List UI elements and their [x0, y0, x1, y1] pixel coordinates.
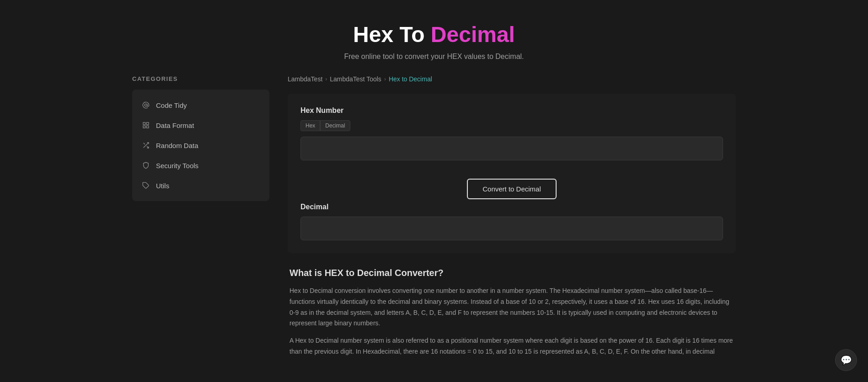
- hex-decimal-badge: Hex Decimal: [300, 120, 350, 131]
- breadcrumb-lambdatest[interactable]: LambdaTest: [288, 75, 322, 83]
- page-subtitle: Free online tool to convert your HEX val…: [9, 53, 859, 61]
- sidebar-item-label-random-data: Random Data: [156, 142, 198, 149]
- sidebar: CATEGORIES Code Tidy Data Format: [132, 75, 269, 364]
- at-icon: [141, 101, 150, 110]
- main-content: LambdaTest › LambdaTest Tools › Hex to D…: [288, 75, 736, 364]
- sidebar-item-random-data[interactable]: Random Data: [132, 135, 269, 155]
- svg-rect-2: [146, 122, 149, 125]
- breadcrumb-separator-1: ›: [325, 76, 327, 82]
- decimal-output: [300, 217, 723, 240]
- grid-icon: [141, 121, 150, 130]
- chat-bubble[interactable]: 💬: [835, 349, 857, 371]
- breadcrumb: LambdaTest › LambdaTest Tools › Hex to D…: [288, 75, 736, 83]
- tag-icon: [141, 181, 150, 190]
- sidebar-item-label-code-tidy: Code Tidy: [156, 101, 187, 109]
- svg-line-7: [144, 143, 145, 144]
- info-paragraph-2: A Hex to Decimal number system is also r…: [289, 335, 734, 357]
- svg-point-0: [145, 104, 147, 106]
- input-label: Hex Number: [300, 106, 723, 115]
- breadcrumb-current: Hex to Decimal: [389, 75, 432, 83]
- sidebar-item-label-data-format: Data Format: [156, 122, 194, 129]
- info-paragraph-1: Hex to Decimal conversion involves conve…: [289, 286, 734, 329]
- info-title: What is HEX to Decimal Converter?: [289, 268, 734, 278]
- sidebar-item-label-utils: Utils: [156, 182, 169, 190]
- tool-section: Hex Number Hex Decimal Convert to Decima…: [288, 94, 736, 253]
- breadcrumb-separator-2: ›: [384, 76, 386, 82]
- svg-rect-3: [146, 126, 149, 128]
- svg-rect-4: [143, 126, 145, 128]
- sidebar-item-label-security-tools: Security Tools: [156, 162, 198, 170]
- output-label: Decimal: [300, 203, 723, 211]
- sidebar-item-data-format[interactable]: Data Format: [132, 115, 269, 135]
- svg-rect-1: [143, 122, 145, 125]
- convert-btn-wrapper: Convert to Decimal: [300, 179, 723, 199]
- page-header: Hex To Decimal Free online tool to conve…: [0, 0, 868, 75]
- sidebar-item-code-tidy[interactable]: Code Tidy: [132, 95, 269, 115]
- shuffle-icon: [141, 141, 150, 150]
- sidebar-menu: Code Tidy Data Format Random Data: [132, 90, 269, 201]
- categories-label: CATEGORIES: [132, 75, 269, 82]
- hex-badge: Hex: [300, 120, 320, 131]
- hex-input[interactable]: [300, 137, 723, 160]
- shield-icon: [141, 161, 150, 170]
- convert-button[interactable]: Convert to Decimal: [467, 179, 557, 199]
- info-section: What is HEX to Decimal Converter? Hex to…: [288, 268, 736, 357]
- decimal-badge: Decimal: [320, 120, 350, 131]
- sidebar-item-security-tools[interactable]: Security Tools: [132, 155, 269, 175]
- main-layout: CATEGORIES Code Tidy Data Format: [114, 75, 754, 364]
- breadcrumb-lambdatest-tools[interactable]: LambdaTest Tools: [330, 75, 381, 83]
- sidebar-item-utils[interactable]: Utils: [132, 175, 269, 196]
- chat-icon: 💬: [841, 355, 852, 366]
- page-title: Hex To Decimal: [9, 22, 859, 47]
